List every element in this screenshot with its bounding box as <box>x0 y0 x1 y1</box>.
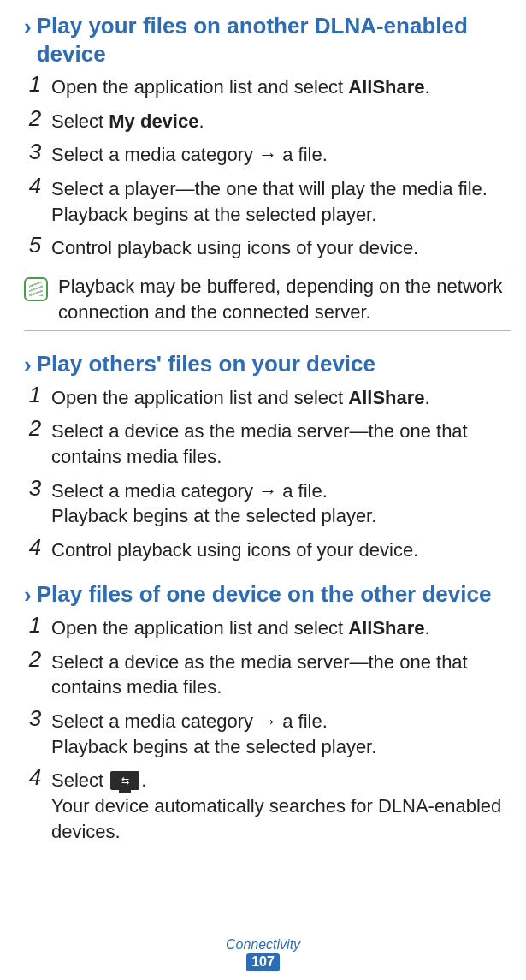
heading-2: Play others' files on your device <box>37 350 375 378</box>
step-text: Select ⇆. <box>51 768 511 793</box>
step-text: Select My device. <box>51 109 511 134</box>
chapter-label: Connectivity <box>0 937 526 953</box>
step-text: Open the application list and select All… <box>51 74 511 100</box>
footer: Connectivity 107 <box>0 937 526 971</box>
chevron-icon: › <box>24 352 32 378</box>
bold-allshare: AllShare <box>348 76 424 98</box>
step: Open the application list and select All… <box>24 615 511 641</box>
step-text: Select a media category → a file. <box>51 478 511 504</box>
section-heading-1: › Play your files on another DLNA-enable… <box>24 12 511 68</box>
step-text: Control playback using icons of your dev… <box>51 235 511 261</box>
page-number: 107 <box>246 953 280 971</box>
step: Select a media category → a file. Playba… <box>24 478 511 529</box>
heading-1: Play your files on another DLNA-enabled … <box>37 12 511 68</box>
step: Select a device as the media server—the … <box>24 419 511 469</box>
dlna-search-icon: ⇆ <box>110 771 139 790</box>
step: Open the application list and select All… <box>24 385 511 411</box>
step: Control playback using icons of your dev… <box>24 235 511 261</box>
section-heading-2: › Play others' files on your device <box>24 350 511 378</box>
step-text: Select a media category → a file. <box>51 142 511 168</box>
step-text: Control playback using icons of your dev… <box>51 538 511 563</box>
note-text: Playback may be buffered, depending on t… <box>58 274 511 324</box>
note-box: Playback may be buffered, depending on t… <box>24 270 511 330</box>
step-text: Open the application list and select All… <box>51 615 511 641</box>
steps-list-1: Open the application list and select All… <box>24 74 511 261</box>
heading-3: Play files of one device on the other de… <box>37 580 492 609</box>
step: Select a media category → a file. <box>24 142 511 168</box>
bold-mydevice: My device <box>109 110 198 132</box>
step: Select a player—the one that will play t… <box>24 176 511 227</box>
chevron-icon: › <box>24 582 32 609</box>
chevron-icon: › <box>24 14 32 40</box>
bold-allshare: AllShare <box>348 387 424 408</box>
step: Select ⇆. Your device automatically sear… <box>24 768 511 844</box>
note-icon <box>24 277 48 301</box>
steps-list-3: Open the application list and select All… <box>24 615 511 845</box>
step-text: Select a player—the one that will play t… <box>51 176 511 227</box>
step-text: Your device automatically searches for D… <box>51 793 511 844</box>
bold-allshare: AllShare <box>348 617 424 638</box>
step-text: Playback begins at the selected player. <box>51 734 511 760</box>
step-text: Select a device as the media server—the … <box>51 650 511 700</box>
step: Open the application list and select All… <box>24 74 511 100</box>
step: Control playback using icons of your dev… <box>24 538 511 563</box>
step-text: Select a media category → a file. <box>51 709 511 734</box>
step: Select a media category → a file. Playba… <box>24 709 511 759</box>
step-text: Playback begins at the selected player. <box>51 503 511 529</box>
step-text: Select a device as the media server—the … <box>51 419 511 469</box>
step: Select My device. <box>24 109 511 134</box>
step-text: Open the application list and select All… <box>51 385 511 411</box>
section-heading-3: › Play files of one device on the other … <box>24 580 511 609</box>
steps-list-2: Open the application list and select All… <box>24 385 511 563</box>
step: Select a device as the media server—the … <box>24 650 511 700</box>
